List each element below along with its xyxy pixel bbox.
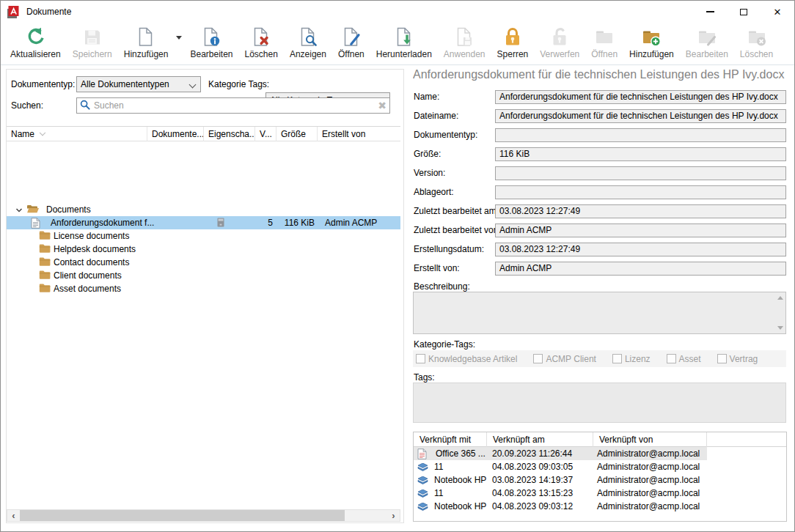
toolbar-bearbeiten-dokument-button[interactable]: Bearbeiten	[184, 25, 238, 59]
column-header-verknuepft-am[interactable]: Verknüpft am	[487, 432, 593, 447]
zuletzt-bearbeitet-am-field[interactable]: 03.08.2023 12:27:49	[495, 204, 786, 218]
toolbar-hinzufuegen-ordner-button[interactable]: Hinzufügen	[623, 25, 680, 59]
tree-row-license-documents[interactable]: License documents	[7, 229, 400, 243]
linked-name: Notebook HP	[434, 500, 487, 513]
linked-name: 11	[434, 460, 487, 473]
column-header-name[interactable]: Name	[7, 127, 147, 141]
scroll-up-icon[interactable]	[777, 296, 783, 300]
linked-row[interactable]: 11 04.08.2023 09:03:05 Administrator@acm…	[414, 460, 707, 473]
linked-row[interactable]: Office 365 ... 20.09.2023 11:26:44 Admin…	[414, 447, 707, 460]
name-field[interactable]: Anforderungsdokument für die technischen…	[495, 90, 786, 104]
window-title: Dokumente	[26, 7, 71, 17]
erstellt-von-field[interactable]: Admin ACMP	[495, 262, 786, 276]
toolbar: Aktualisieren Speichern Hinzufügen Bearb…	[1, 23, 794, 65]
column-header-eigenschaften[interactable]: Eigenscha...	[204, 127, 255, 141]
sort-chevron-icon	[40, 130, 45, 136]
folder-icon	[39, 270, 51, 282]
field-label: Ablageort:	[414, 185, 494, 199]
folder-icon	[593, 26, 616, 49]
ablageort-field[interactable]	[495, 185, 786, 199]
zuletzt-bearbeitet-von-field[interactable]: Admin ACMP	[495, 223, 786, 237]
dokumententyp-select[interactable]: Alle Dokumententypen	[76, 76, 201, 92]
toolbar-bearbeiten-ordner-button: Bearbeiten	[680, 25, 734, 59]
folder-delete-icon	[745, 26, 769, 49]
toolbar-oeffnen-dokument-button[interactable]: Öffnen	[332, 25, 370, 59]
column-header-verknuepft-von[interactable]: Verknüpft von	[593, 432, 707, 447]
column-header-dokumente[interactable]: Dokumente...	[147, 127, 204, 141]
toolbar-loeschen-dokument-button[interactable]: Löschen	[239, 25, 284, 59]
linked-at: 03.08.2023 14:19:37	[492, 473, 573, 487]
tree-row-label: Asset documents	[54, 282, 121, 295]
linked-at: 20.09.2023 11:26:44	[492, 447, 572, 460]
toolbar-button-label: Sperren	[497, 49, 529, 59]
toolbar-button-label: Speichern	[73, 49, 112, 59]
maximize-button[interactable]	[727, 1, 761, 23]
groesse-field[interactable]: 116 KiB	[495, 147, 786, 161]
search-field: ✖	[76, 97, 390, 114]
document-download-icon	[392, 26, 416, 49]
dateiname-field[interactable]: Anforderungsdokument für die technischen…	[495, 109, 786, 123]
app-window: Dokumente ✕ Aktualisieren Speichern Hinz…	[0, 0, 795, 532]
linked-table-header: Verknüpft mit Verknüpft am Verknüpft von	[414, 432, 786, 447]
document-delete-icon	[249, 26, 273, 49]
tags-box[interactable]	[413, 383, 786, 423]
scroll-left-icon[interactable]: ‹	[7, 510, 20, 521]
textarea-scrollbar[interactable]	[774, 294, 784, 332]
tree-row-size: 116 KiB	[276, 216, 315, 229]
tree-row-contact-documents[interactable]: Contact documents	[7, 256, 400, 269]
lock-icon	[501, 26, 524, 49]
tree-row-anforderungsdokument[interactable]: Anforderungsdokument f... 5 116 KiB Admi…	[7, 216, 400, 229]
toolbar-loeschen-ordner-button: Löschen	[734, 25, 779, 59]
close-button[interactable]: ✕	[761, 1, 794, 23]
tree-row-helpdesk-documents[interactable]: Helpdesk documents	[7, 243, 400, 256]
linked-row[interactable]: 11 04.08.2023 13:15:23 Administrator@acm…	[414, 487, 707, 500]
linked-at: 04.08.2023 09:03:05	[492, 460, 573, 473]
toolbar-herunterladen-button[interactable]: Herunterladen	[370, 25, 438, 59]
search-icon	[80, 100, 90, 112]
save-icon	[81, 26, 104, 49]
horizontal-scrollbar[interactable]: ‹ ›	[7, 509, 400, 522]
document-edit-icon	[340, 26, 363, 49]
scrollbar-thumb[interactable]	[20, 510, 345, 521]
toolbar-button-label: Löschen	[740, 49, 773, 59]
erstellungsdatum-field[interactable]: 03.08.2023 12:27:49	[495, 243, 786, 256]
column-header-groesse[interactable]: Größe	[276, 127, 318, 141]
properties-icon	[217, 218, 224, 229]
linked-name: Notebook HP	[434, 473, 487, 487]
column-header-erstellt-von[interactable]: Erstellt von	[318, 127, 400, 141]
field-label: Version:	[414, 166, 494, 180]
search-input[interactable]	[94, 100, 378, 111]
linked-row[interactable]: Notebook HP 04.08.2023 09:03:12 Administ…	[414, 500, 707, 513]
toolbar-anzeigen-button[interactable]: Anzeigen	[284, 25, 332, 59]
toolbar-button-label: Hinzufügen	[629, 49, 674, 59]
tree-row-client-documents[interactable]: Client documents	[7, 269, 400, 282]
toolbar-button-label: Öffnen	[338, 49, 364, 59]
tree-row-label: Client documents	[54, 269, 122, 282]
tree-row-asset-documents[interactable]: Asset documents	[7, 282, 400, 295]
field-label: Name:	[414, 90, 494, 104]
field-label: Größe:	[414, 147, 494, 161]
expand-chevron-icon[interactable]	[15, 206, 23, 213]
hinzufuegen-dropdown-button[interactable]	[174, 25, 184, 50]
refresh-icon	[23, 26, 47, 49]
beschreibung-textarea[interactable]	[413, 292, 786, 334]
scroll-down-icon[interactable]	[777, 326, 783, 330]
version-field[interactable]	[495, 166, 786, 180]
client-icon	[417, 503, 428, 514]
minimize-button[interactable]	[693, 1, 727, 23]
tree-row-label: License documents	[54, 229, 129, 243]
toolbar-sperren-button[interactable]: Sperren	[491, 25, 535, 59]
scroll-right-icon[interactable]: ›	[387, 510, 400, 521]
checkbox-asset: Asset	[667, 354, 701, 364]
toolbar-hinzufuegen-dokument-button[interactable]: Hinzufügen	[118, 25, 175, 59]
column-header-version[interactable]: V...	[255, 127, 276, 141]
linked-row[interactable]: Notebook HP 03.08.2023 14:19:37 Administ…	[414, 473, 707, 487]
dokumententyp-field[interactable]	[495, 128, 786, 142]
details-title: Anforderungsdokument für die technischen…	[413, 68, 788, 81]
toolbar-aktualisieren-button[interactable]: Aktualisieren	[4, 25, 67, 59]
clear-search-icon[interactable]: ✖	[378, 100, 386, 111]
field-label: Erstellungsdatum:	[414, 243, 494, 256]
column-header-verknuepft-mit[interactable]: Verknüpft mit	[414, 432, 487, 447]
tree-row-documents[interactable]: Documents	[7, 203, 400, 216]
toolbar-verwerfen-button: Verwerfen	[534, 25, 585, 59]
